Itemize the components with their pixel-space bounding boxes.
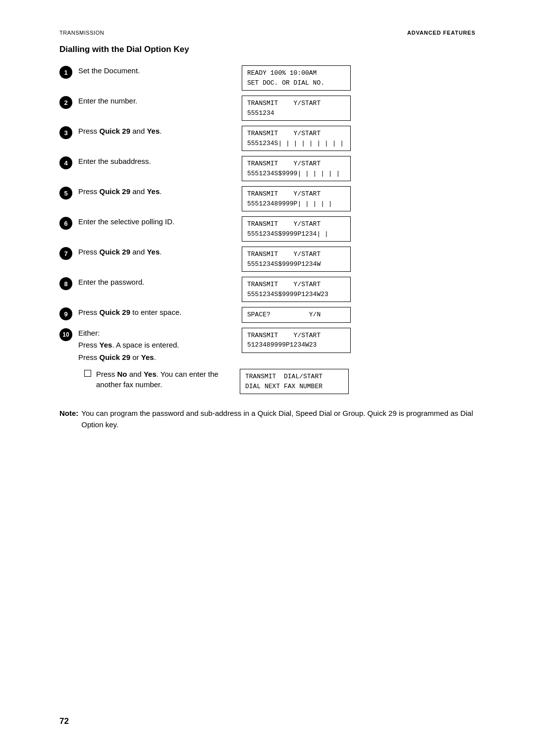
step-10-lcd: TRANSMIT Y/START 5123489999P1234W23 xyxy=(242,328,476,353)
step-number-7: 7 xyxy=(59,247,72,260)
step-2-desc: Enter the number. xyxy=(78,96,242,106)
checkbox-bullet xyxy=(84,370,91,377)
step-9-lcd: SPACE? Y/N xyxy=(242,307,476,323)
step-8-text: Enter the password. xyxy=(78,278,144,286)
step-row-10: 10 Either: Press Yes. A space is entered… xyxy=(59,328,476,363)
header-right: Advanced Features xyxy=(407,30,476,36)
sub-step-row: Press No and Yes. You can enter the anot… xyxy=(84,369,476,394)
step-row-4: 4 Enter the subaddress. TRANSMIT Y/START… xyxy=(59,156,476,181)
step-number-4: 4 xyxy=(59,156,72,169)
step-3-desc: Press Quick 29 and Yes. xyxy=(78,126,242,136)
lcd-display-9: SPACE? Y/N xyxy=(242,307,351,323)
lcd-display-3: TRANSMIT Y/START 5551234S| | | | | | | |… xyxy=(242,126,351,151)
step-number-1: 1 xyxy=(59,66,72,79)
step-number-6: 6 xyxy=(59,217,72,230)
step-9-content: Press Quick 29 to enter space. SPACE? Y/… xyxy=(78,307,476,323)
step-2-content: Enter the number. TRANSMIT Y/START 55512… xyxy=(78,96,476,121)
either-label: Either: xyxy=(78,328,232,339)
step-8-content: Enter the password. TRANSMIT Y/START 555… xyxy=(78,277,476,302)
lcd-display-4: TRANSMIT Y/START 5551234S$9999| | | | | … xyxy=(242,156,351,181)
lcd-display-1: READY 100% 10:00AM SET DOC. OR DIAL NO. xyxy=(242,65,351,91)
step-number-2: 2 xyxy=(59,96,72,109)
step-number-3: 3 xyxy=(59,126,72,139)
step-1-content: Set the Document. READY 100% 10:00AM SET… xyxy=(78,65,476,91)
step-10-either: Either: Press Yes. A space is entered. P… xyxy=(78,328,232,363)
step-2-lcd: TRANSMIT Y/START 5551234 xyxy=(242,96,476,121)
sub-step-desc: Press No and Yes. You can enter the anot… xyxy=(96,369,240,390)
step-number-5: 5 xyxy=(59,187,72,200)
step-number-10: 10 xyxy=(59,328,72,341)
step-1-text: Set the Document. xyxy=(78,66,140,75)
step-8-desc: Enter the password. xyxy=(78,277,242,287)
lcd-display-10: TRANSMIT Y/START 5123489999P1234W23 xyxy=(242,328,351,353)
step-5-desc: Press Quick 29 and Yes. xyxy=(78,186,242,197)
step-6-desc: Enter the selective polling ID. xyxy=(78,216,242,227)
step-5-lcd: TRANSMIT Y/START 555123489999P| | | | | xyxy=(242,186,476,211)
step-7-lcd: TRANSMIT Y/START 5551234S$9999P1234W xyxy=(242,247,476,272)
header-left: Transmission xyxy=(59,30,104,36)
step-6-text: Enter the selective polling ID. xyxy=(78,217,174,226)
page: Transmission Advanced Features Dialling … xyxy=(0,0,535,756)
step-row-2: 2 Enter the number. TRANSMIT Y/START 555… xyxy=(59,96,476,121)
lcd-display-6: TRANSMIT Y/START 5551234S$9999P1234| | xyxy=(242,216,351,242)
section-title: Dialling with the Dial Option Key xyxy=(59,45,476,54)
lcd-display-sub: TRANSMIT DIAL/START DIAL NEXT FAX NUMBER xyxy=(240,369,349,394)
page-number: 72 xyxy=(59,716,69,726)
step-7-content: Press Quick 29 and Yes. TRANSMIT Y/START… xyxy=(78,247,476,272)
step-1-desc: Set the Document. xyxy=(78,65,242,76)
sub-step-text: Press No and Yes. You can enter the anot… xyxy=(96,370,218,389)
step-2-text: Enter the number. xyxy=(78,97,137,105)
step-row-8: 8 Enter the password. TRANSMIT Y/START 5… xyxy=(59,277,476,302)
step-row-9: 9 Press Quick 29 to enter space. SPACE? … xyxy=(59,307,476,323)
note-text: You can program the password and sub-add… xyxy=(81,408,476,430)
step-10-content: Either: Press Yes. A space is entered. P… xyxy=(78,328,476,363)
step-5-text: Press Quick 29 and Yes. xyxy=(78,187,161,196)
step-6-content: Enter the selective polling ID. TRANSMIT… xyxy=(78,216,476,242)
step-4-text: Enter the subaddress. xyxy=(78,157,151,165)
step-1-lcd: READY 100% 10:00AM SET DOC. OR DIAL NO. xyxy=(242,65,476,91)
step-10-desc: Either: Press Yes. A space is entered. P… xyxy=(78,328,242,363)
note-label: Note: xyxy=(59,408,78,419)
step-7-desc: Press Quick 29 and Yes. xyxy=(78,247,242,257)
step-4-lcd: TRANSMIT Y/START 5551234S$9999| | | | | … xyxy=(242,156,476,181)
note-block: Note: You can program the password and s… xyxy=(59,408,476,430)
step-3-lcd: TRANSMIT Y/START 5551234S| | | | | | | |… xyxy=(242,126,476,151)
either-sub-2: Press Quick 29 or Yes. xyxy=(78,352,232,363)
step-7-text: Press Quick 29 and Yes. xyxy=(78,248,161,256)
either-sub-1: Press Yes. A space is entered. xyxy=(78,340,232,351)
lcd-display-8: TRANSMIT Y/START 5551234S$9999P1234W23 xyxy=(242,277,351,302)
step-9-text: Press Quick 29 to enter space. xyxy=(78,308,181,316)
step-row-1: 1 Set the Document. READY 100% 10:00AM S… xyxy=(59,65,476,91)
step-row-7: 7 Press Quick 29 and Yes. TRANSMIT Y/STA… xyxy=(59,247,476,272)
sub-step-lcd: TRANSMIT DIAL/START DIAL NEXT FAX NUMBER xyxy=(240,369,349,394)
step-row-6: 6 Enter the selective polling ID. TRANSM… xyxy=(59,216,476,242)
page-header: Transmission Advanced Features xyxy=(59,30,476,36)
step-row-3: 3 Press Quick 29 and Yes. TRANSMIT Y/STA… xyxy=(59,126,476,151)
step-5-content: Press Quick 29 and Yes. TRANSMIT Y/START… xyxy=(78,186,476,211)
step-4-content: Enter the subaddress. TRANSMIT Y/START 5… xyxy=(78,156,476,181)
step-8-lcd: TRANSMIT Y/START 5551234S$9999P1234W23 xyxy=(242,277,476,302)
step-number-8: 8 xyxy=(59,277,72,290)
lcd-display-7: TRANSMIT Y/START 5551234S$9999P1234W xyxy=(242,247,351,272)
step-6-lcd: TRANSMIT Y/START 5551234S$9999P1234| | xyxy=(242,216,476,242)
step-3-content: Press Quick 29 and Yes. TRANSMIT Y/START… xyxy=(78,126,476,151)
lcd-display-5: TRANSMIT Y/START 555123489999P| | | | | xyxy=(242,186,351,211)
step-row-5: 5 Press Quick 29 and Yes. TRANSMIT Y/STA… xyxy=(59,186,476,211)
steps-container: 1 Set the Document. READY 100% 10:00AM S… xyxy=(59,65,476,399)
lcd-display-2: TRANSMIT Y/START 5551234 xyxy=(242,96,351,121)
step-9-desc: Press Quick 29 to enter space. xyxy=(78,307,242,317)
step-4-desc: Enter the subaddress. xyxy=(78,156,242,166)
step-number-9: 9 xyxy=(59,307,72,320)
step-3-text: Press Quick 29 and Yes. xyxy=(78,127,161,135)
